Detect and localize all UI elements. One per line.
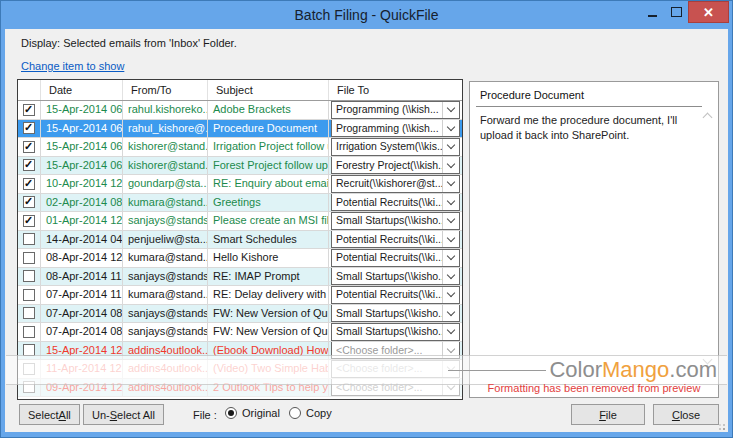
resize-grip[interactable] — [715, 420, 725, 430]
chevron-down-icon[interactable] — [442, 231, 459, 247]
table-row[interactable]: 15-Apr-2014 06:...rahul.kishoreko...Adob… — [18, 101, 462, 120]
file-to-combobox[interactable]: Recruit(\\kishorer@st... — [331, 175, 460, 193]
cell-from-to: kishorer@stand... — [123, 157, 208, 175]
table-row[interactable]: 01-Apr-2014 12:...sanjays@stands...Pleas… — [18, 212, 462, 231]
file-to-combobox[interactable]: Potential Recruits(\\ki... — [331, 231, 460, 249]
file-to-combobox[interactable]: Potential Recruits(\\ki... — [331, 286, 460, 304]
chevron-down-icon[interactable] — [442, 120, 459, 136]
chevron-down-icon[interactable] — [442, 213, 459, 229]
table-row[interactable]: 02-Apr-2014 08:...kumara@stand...Greetin… — [18, 194, 462, 213]
file-to-combobox[interactable]: <Choose folder>... — [331, 360, 460, 378]
radio-copy[interactable]: Copy — [289, 407, 332, 419]
chevron-down-icon[interactable] — [442, 102, 459, 118]
header-date[interactable]: Date — [41, 80, 123, 100]
row-checkbox[interactable] — [18, 212, 41, 230]
chevron-down-icon[interactable] — [442, 287, 459, 303]
row-checkbox[interactable] — [18, 379, 41, 397]
cell-file-to: Irrigation System(\\kis... — [329, 138, 462, 156]
table-rows: 15-Apr-2014 06:...rahul.kishoreko...Adob… — [18, 101, 462, 397]
unchecked-checkbox-icon — [23, 233, 35, 245]
chevron-down-icon[interactable] — [442, 379, 459, 395]
table-row[interactable]: 10-Apr-2014 12:...goundarp@sta...RE: Enq… — [18, 175, 462, 194]
file-to-combobox[interactable]: Small Startups(\\kisho... — [331, 212, 460, 230]
row-checkbox[interactable] — [18, 305, 41, 323]
chevron-down-icon[interactable] — [442, 342, 459, 358]
email-table: Date From/To Subject File To 15-Apr-2014… — [17, 79, 463, 400]
maximize-button[interactable] — [664, 1, 688, 23]
cell-from-to: kishorer@stand... — [123, 138, 208, 156]
minimize-button[interactable] — [640, 1, 664, 23]
scroll-up-icon[interactable] — [703, 113, 713, 123]
chevron-down-icon[interactable] — [442, 194, 459, 210]
change-item-link[interactable]: Change item to show — [21, 60, 124, 72]
row-checkbox[interactable] — [18, 120, 41, 138]
radio-original[interactable]: Original — [225, 407, 280, 419]
unchecked-checkbox-icon — [23, 307, 35, 319]
table-row[interactable]: 14-Apr-2014 04:...penjueliw@sta...Smart … — [18, 231, 462, 250]
row-checkbox[interactable] — [18, 249, 41, 267]
table-row[interactable]: 15-Apr-2014 06:...kishorer@stand...Fores… — [18, 157, 462, 176]
chevron-down-icon[interactable] — [442, 268, 459, 284]
table-row[interactable]: 07-Apr-2014 08:...sanjays@stands...FW: N… — [18, 323, 462, 342]
row-checkbox[interactable] — [18, 101, 41, 119]
row-checkbox[interactable] — [18, 342, 41, 360]
table-row[interactable]: 15-Apr-2014 06:...kishorer@stand...Irrig… — [18, 138, 462, 157]
file-to-combobox[interactable]: Small Startups(\\kisho... — [331, 323, 460, 341]
row-checkbox[interactable] — [18, 323, 41, 341]
cell-subject: (Ebook Download) How t... — [208, 342, 329, 360]
file-to-combobox[interactable]: Irrigation System(\\kis... — [331, 138, 460, 156]
close-button[interactable]: Close — [653, 404, 719, 425]
cell-subject: Forest Project follow up — [208, 157, 329, 175]
file-to-combobox[interactable]: Small Startups(\\kisho... — [331, 268, 460, 286]
table-row[interactable]: 15-Apr-2014 06:...rahul_kishore@...Proce… — [18, 120, 462, 139]
header-from-to[interactable]: From/To — [123, 80, 208, 100]
row-checkbox[interactable] — [18, 175, 41, 193]
table-row[interactable]: 08-Apr-2014 12:...kumara@stand...Hello K… — [18, 249, 462, 268]
header-file-to[interactable]: File To — [329, 80, 462, 100]
file-to-combobox[interactable]: Potential Recruits(\\ki... — [331, 249, 460, 267]
chevron-down-icon[interactable] — [442, 176, 459, 192]
cell-subject: FW: New Version of Quick... — [208, 305, 329, 323]
cell-from-to: sanjays@stands... — [123, 268, 208, 286]
file-to-combobox[interactable]: Programming (\\kish... — [331, 101, 460, 119]
cell-date: 11-Apr-2014 12:... — [41, 360, 123, 378]
row-checkbox[interactable] — [18, 194, 41, 212]
header-subject[interactable]: Subject — [208, 80, 329, 100]
checked-checkbox-icon — [23, 122, 35, 134]
table-row[interactable]: 07-Apr-2014 11:...kumara@stand...RE: Del… — [18, 286, 462, 305]
chevron-down-icon[interactable] — [442, 139, 459, 155]
scroll-down-icon[interactable] — [703, 355, 713, 365]
file-to-combobox[interactable]: Forestry Project(\\kish... — [331, 157, 460, 175]
table-row[interactable]: 15-Apr-2014 12:...addins4outlook...(Eboo… — [18, 342, 462, 361]
row-checkbox[interactable] — [18, 231, 41, 249]
chevron-down-icon[interactable] — [442, 250, 459, 266]
checked-checkbox-icon — [23, 178, 35, 190]
file-button[interactable]: File — [571, 404, 645, 425]
file-to-combobox[interactable]: Potential Recruits(\\ki... — [331, 194, 460, 212]
close-window-button[interactable]: ✕ — [688, 1, 729, 23]
select-all-button[interactable]: Select All — [19, 404, 80, 425]
unchecked-checkbox-icon — [23, 252, 35, 264]
table-row[interactable]: 08-Apr-2014 11:...sanjays@stands...RE: I… — [18, 268, 462, 287]
file-to-combobox[interactable]: Programming (\\kish... — [331, 120, 460, 138]
titlebar[interactable]: Batch Filing - QuickFile ✕ — [1, 1, 732, 29]
row-checkbox[interactable] — [18, 268, 41, 286]
table-row[interactable]: 09-Apr-2014 12:...addins4outlook...2 Out… — [18, 379, 462, 398]
file-to-combobox[interactable]: <Choose folder>... — [331, 379, 460, 397]
cell-subject: RE: Delay delivery with co... — [208, 286, 329, 304]
chevron-down-icon[interactable] — [442, 361, 459, 377]
table-row[interactable]: 07-Apr-2014 08:...sanjays@stands...FW: N… — [18, 305, 462, 324]
chevron-down-icon[interactable] — [442, 305, 459, 321]
cell-file-to: Forestry Project(\\kish... — [329, 157, 462, 175]
row-checkbox[interactable] — [18, 138, 41, 156]
file-to-combobox[interactable]: Small Startups(\\kisho... — [331, 305, 460, 323]
chevron-down-icon[interactable] — [442, 324, 459, 340]
cell-file-to: Small Startups(\\kisho... — [329, 212, 462, 230]
row-checkbox[interactable] — [18, 157, 41, 175]
file-to-combobox[interactable]: <Choose folder>... — [331, 342, 460, 360]
table-row[interactable]: 11-Apr-2014 12:...addins4outlook...(Vide… — [18, 360, 462, 379]
unselect-all-button[interactable]: Un-Select All — [83, 404, 164, 425]
chevron-down-icon[interactable] — [442, 157, 459, 173]
row-checkbox[interactable] — [18, 360, 41, 378]
row-checkbox[interactable] — [18, 286, 41, 304]
